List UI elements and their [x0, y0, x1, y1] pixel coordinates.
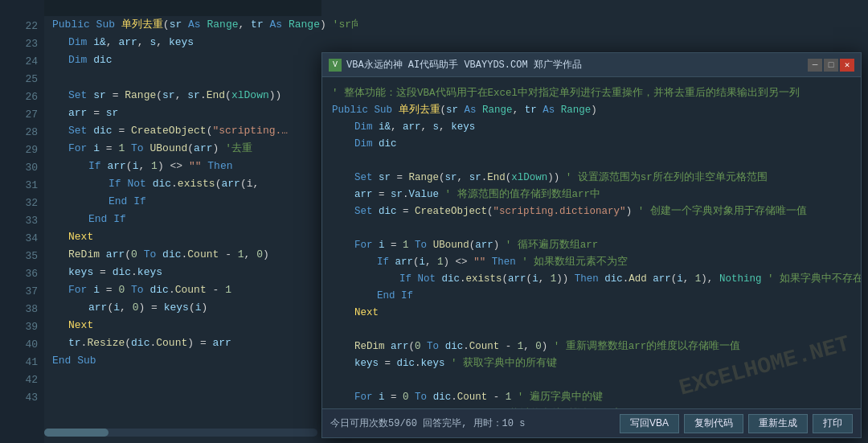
code-line-32: End If: [44, 193, 358, 211]
dialog-line-comment: ' 整体功能：这段VBA代码用于在Excel中对指定单列进行去重操作，并将去重后…: [332, 85, 851, 102]
scrollbar-thumb[interactable]: [44, 429, 108, 437]
line-num-31: 31: [0, 177, 44, 195]
dialog-line-sub: Public Sub 单列去重(sr As Range, tr As Range…: [332, 102, 851, 119]
code-line-37: For i = 0 To dic.Count - 1: [44, 281, 358, 299]
code-line-43: [44, 388, 358, 405]
line-numbers-gutter: 22 23 24 25 26 27 28 29 30 31 32 33 34 3…: [0, 0, 44, 443]
code-line-27: arr = sr: [44, 105, 358, 122]
horizontal-scrollbar[interactable]: [44, 429, 317, 437]
code-line-36: keys = dic.keys: [44, 264, 358, 281]
dialog-line-set-sr: Set sr = Range(sr, sr.End(xlDown)) ' 设置源…: [332, 170, 851, 187]
code-line-31: If Not dic.exists(arr(i,: [44, 175, 358, 193]
code-line-34: Next: [44, 228, 358, 246]
dialog-line-blank1: [332, 153, 851, 170]
copy-code-button[interactable]: 复制代码: [684, 414, 743, 433]
line-num-25: 25: [0, 71, 44, 88]
dialog-window-controls[interactable]: ─ □ ✕: [808, 59, 854, 72]
code-line-33: End If: [44, 211, 358, 228]
line-num-23: 23: [0, 35, 44, 53]
print-button[interactable]: 打印: [813, 414, 853, 433]
line-num-22: 22: [0, 18, 44, 35]
close-button[interactable]: ✕: [840, 59, 854, 72]
dialog-line-blank3: [332, 322, 851, 338]
code-line-22: Public Sub 单列去重(sr As Range, tr As Range…: [44, 16, 358, 34]
dialog-line-keys: keys = dic.keys ' 获取字典中的所有键: [332, 355, 851, 372]
line-num-32: 32: [0, 195, 44, 212]
line-num-28: 28: [0, 124, 44, 142]
dialog-footer: 今日可用次数59/60 回答完毕, 用时：10 s 写回VBA 复制代码 重新生…: [322, 408, 861, 437]
footer-status-text: 今日可用次数59/60 回答完毕, 用时：10 s: [330, 416, 615, 430]
dialog-line-for2: For i = 0 To dic.Count - 1 ' 遍历字典中的键: [332, 389, 851, 406]
dialog-title: VBA永远的神 AI代码助手 VBAYYDS.COM 郑广学作品: [346, 58, 808, 72]
line-num-33: 33: [0, 212, 44, 230]
line-num-27: 27: [0, 106, 44, 124]
dialog-code-content: ' 整体功能：这段VBA代码用于在Excel中对指定单列进行去重操作，并将去重后…: [322, 77, 861, 408]
code-line-40: tr.Resize(dic.Count) = arr: [44, 334, 358, 352]
code-editor-area: Public Sub 单列去重(sr As Range, tr As Range…: [44, 0, 358, 443]
line-num-40: 40: [0, 336, 44, 354]
code-line-28: Set dic = CreateObject("scripting.…: [44, 122, 358, 140]
code-line-23: Dim i&, arr, s, keys: [44, 34, 358, 51]
dialog-line-endif1: End If: [332, 288, 851, 305]
code-line-41: End Sub: [44, 352, 358, 370]
line-num-36: 36: [0, 265, 44, 283]
write-vba-button[interactable]: 写回VBA: [620, 414, 679, 433]
dialog-app-icon: V: [329, 59, 342, 72]
dialog-titlebar: V VBA永远的神 AI代码助手 VBAYYDS.COM 郑广学作品 ─ □ ✕: [322, 53, 861, 77]
line-num-26: 26: [0, 88, 44, 106]
dialog-line-dim1: Dim i&, arr, s, keys: [332, 119, 851, 136]
code-line-26: Set sr = Range(sr, sr.End(xlDown)): [44, 87, 358, 105]
code-line-39: Next: [44, 317, 358, 334]
dialog-line-blank4: [332, 372, 851, 389]
line-num-43: 43: [0, 389, 44, 407]
line-num-34: 34: [0, 230, 44, 248]
code-line-29: For i = 1 To UBound(arr) '去重: [44, 140, 358, 158]
line-num-29: 29: [0, 142, 44, 159]
line-num-41: 41: [0, 354, 44, 371]
line-num-35: 35: [0, 248, 44, 265]
code-line-42: [44, 370, 358, 388]
line-num-42: 42: [0, 371, 44, 389]
dialog-line-redim: ReDim arr(0 To dic.Count - 1, 0) ' 重新调整数…: [332, 338, 851, 355]
regenerate-button[interactable]: 重新生成: [748, 414, 808, 433]
dialog-line-arr: arr = sr.Value ' 将源范围的值存储到数组arr中: [332, 187, 851, 203]
line-num-30: 30: [0, 159, 44, 177]
dialog-line-if1: If arr(i, 1) <> "" Then ' 如果数组元素不为空: [332, 254, 851, 271]
minimize-button[interactable]: ─: [808, 59, 822, 72]
code-line-38: arr(i, 0) = keys(i): [44, 299, 358, 317]
dialog-line-if2: If Not dic.exists(arr(i, 1)) Then dic.Ad…: [332, 271, 851, 288]
code-line-30: If arr(i, 1) <> "" Then: [44, 158, 358, 175]
dialog-line-set-dic: Set dic = CreateObject("scripting.dictio…: [332, 203, 851, 220]
line-num-39: 39: [0, 318, 44, 336]
dialog-line-dim2: Dim dic: [332, 136, 851, 153]
code-line-35: ReDim arr(0 To dic.Count - 1, 0): [44, 246, 358, 264]
dialog-line-for1: For i = 1 To UBound(arr) ' 循环遍历数组arr: [332, 237, 851, 254]
maximize-button[interactable]: □: [824, 59, 838, 72]
dialog-line-blank2: [332, 220, 851, 237]
code-line-25: [44, 69, 358, 87]
ai-assistant-dialog: V VBA永远的神 AI代码助手 VBAYYDS.COM 郑广学作品 ─ □ ✕…: [321, 52, 862, 438]
line-num-37: 37: [0, 283, 44, 301]
line-num-24: 24: [0, 53, 44, 71]
line-num-38: 38: [0, 301, 44, 318]
dialog-line-next1: Next: [332, 305, 851, 322]
code-line-24: Dim dic: [44, 51, 358, 69]
